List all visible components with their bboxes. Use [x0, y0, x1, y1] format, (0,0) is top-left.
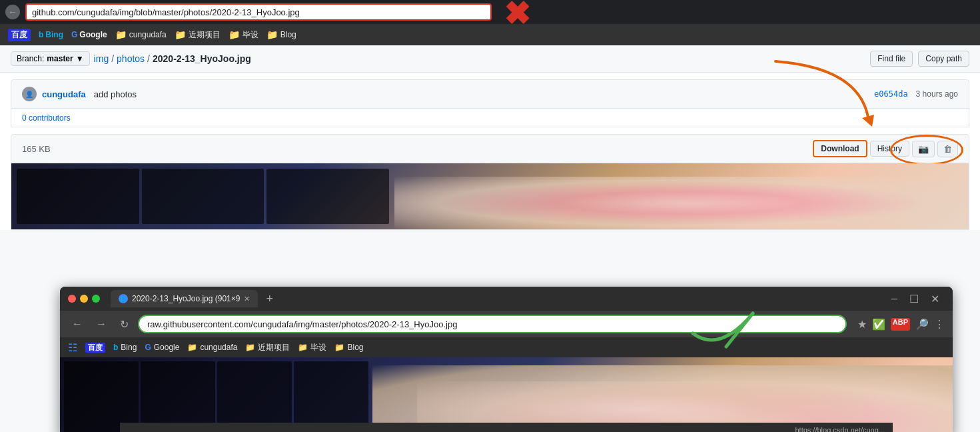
second-address-text: raw.githubusercontent.com/cungudafa/img/… [147, 319, 457, 329]
window-title-controls: – ☐ ✕ [886, 288, 945, 309]
dark-bars [11, 163, 394, 229]
s-dark-bar-1 [64, 361, 139, 432]
second-browser-content [60, 357, 953, 432]
bing-bookmark[interactable]: b Bing [39, 30, 63, 39]
contributors-link[interactable]: 0 contributors [22, 113, 71, 123]
bookmark-recent2[interactable]: 📁 近期项目 [245, 342, 290, 353]
folder-icon-3: 📁 [229, 29, 240, 40]
dark-bar-2 [142, 169, 264, 224]
baidu-bookmark[interactable]: 百度 [8, 29, 31, 41]
window-minimize-button[interactable] [80, 295, 88, 303]
breadcrumb-file: 2020-2-13_HyoJoo.jpg [153, 53, 251, 64]
commit-right: e0654da 3 hours ago [874, 89, 958, 99]
second-image-preview [60, 357, 953, 432]
folder-icon-4: 📁 [266, 29, 278, 40]
active-tab[interactable]: 🌐 2020-2-13_HyoJoo.jpg (901×9 ✕ [111, 290, 258, 307]
menu-icon[interactable]: ⋮ [934, 318, 945, 331]
file-size: 165 KB [22, 144, 51, 154]
commit-hash[interactable]: e0654da [874, 89, 908, 99]
contributors-row: 0 contributors [11, 109, 969, 127]
commit-message: add photos [94, 89, 137, 99]
nav-forward-button[interactable]: → [92, 317, 111, 331]
new-tab-button[interactable]: + [266, 292, 273, 306]
dark-bar-1 [17, 169, 139, 224]
breadcrumb-left: Branch: master ▼ img / photos / 2020-2-1… [11, 51, 251, 66]
folder-icon-2: 📁 [175, 29, 186, 40]
shield-check-icon[interactable]: ✅ [872, 318, 885, 331]
commit-time: 3 hours ago [916, 89, 958, 99]
bookmark-google2[interactable]: G Google [145, 343, 179, 352]
breadcrumb-path: img / photos / 2020-2-13_HyoJoo.jpg [94, 53, 251, 64]
desktop-icon-button[interactable]: 📷 [912, 141, 935, 157]
bookmark-blog2[interactable]: 📁 Blog [334, 343, 363, 352]
breadcrumb-sep-2: / [147, 53, 150, 64]
breadcrumb-root[interactable]: img [94, 53, 109, 64]
apps-icon[interactable]: ☷ [68, 341, 77, 354]
breadcrumb-bar: Branch: master ▼ img / photos / 2020-2-1… [0, 45, 980, 73]
image-preview [11, 163, 969, 230]
biye-bookmark[interactable]: 📁 毕设 [229, 29, 258, 41]
address-bar[interactable]: github.com/cungudafa/img/blob/master/pho… [32, 7, 485, 17]
commit-row: 👤 cungudafa add photos e0654da 3 hours a… [11, 79, 969, 109]
commit-left: 👤 cungudafa add photos [22, 87, 137, 101]
dark-bar-3 [266, 169, 389, 224]
copy-path-button[interactable]: Copy path [918, 51, 969, 67]
delete-icon-button[interactable]: 🗑 [937, 141, 958, 157]
s-dark-bar-3 [217, 361, 292, 432]
address-bar-wrapper: github.com/cungudafa/img/blob/master/pho… [25, 3, 492, 21]
window-controls [68, 295, 100, 303]
tab-close-button[interactable]: ✕ [244, 295, 250, 303]
second-browser-nav: ← → ↻ raw.githubusercontent.com/cungudaf… [60, 311, 953, 337]
avatar: 👤 [22, 87, 37, 101]
breadcrumb-sep-1: / [111, 53, 114, 64]
s-dark-bar-2 [141, 361, 215, 432]
status-url: https://blog.csdn.net/cung... [795, 426, 885, 432]
breadcrumb-folder[interactable]: photos [117, 53, 145, 64]
second-address-bar[interactable]: raw.githubusercontent.com/cungudafa/img/… [138, 315, 847, 333]
extension-icon[interactable]: 🔎 [915, 318, 929, 331]
bookmark-biye2[interactable]: 📁 毕设 [298, 342, 326, 353]
cungudafa-bookmark[interactable]: 📁 cungudafa [115, 29, 167, 40]
win-restore-btn[interactable]: ☐ [904, 288, 924, 309]
abp-icon[interactable]: ABP [891, 318, 910, 331]
bookmarks-bar: 百度 b Bing G Google 📁 cungudafa 📁 近期项目 📁 … [0, 24, 980, 45]
folder-icon: 📁 [115, 29, 127, 40]
download-button[interactable]: Download [813, 140, 867, 157]
status-bar: https://blog.csdn.net/cung... [120, 423, 893, 432]
branch-name: master [47, 54, 73, 63]
bookmark-baidu2[interactable]: 百度 [85, 343, 105, 353]
bookmark-bing2[interactable]: b Bing [113, 343, 137, 352]
github-page: Branch: master ▼ img / photos / 2020-2-1… [0, 45, 980, 230]
window-maximize-button[interactable] [92, 295, 100, 303]
window-close-button[interactable] [68, 295, 76, 303]
win-close-btn[interactable]: ✕ [925, 288, 945, 309]
tab-favicon: 🌐 [119, 294, 128, 303]
flower-overlay [394, 177, 969, 229]
blog-bookmark[interactable]: 📁 Blog [266, 29, 296, 40]
recent-projects-bookmark[interactable]: 📁 近期项目 [175, 29, 221, 41]
back-button[interactable]: ← [5, 5, 20, 19]
second-browser-window: 🌐 2020-2-13_HyoJoo.jpg (901×9 ✕ + – ☐ ✕ … [60, 287, 953, 432]
commit-author[interactable]: cungudafa [42, 89, 86, 99]
red-x-annotation: ✖ [504, 0, 530, 30]
star-icon[interactable]: ★ [857, 318, 867, 331]
second-bookmarks-bar: ☷ 百度 b Bing G Google 📁 cungudafa 📁 近期项目 … [60, 337, 953, 357]
tab-title: 2020-2-13_HyoJoo.jpg (901×9 [132, 294, 240, 303]
branch-chevron: ▼ [76, 54, 84, 63]
nav-icons: ★ ✅ ABP 🔎 ⋮ [857, 318, 945, 331]
branch-selector[interactable]: Branch: master ▼ [11, 51, 90, 66]
second-browser-titlebar: 🌐 2020-2-13_HyoJoo.jpg (901×9 ✕ + – ☐ ✕ [60, 287, 953, 311]
google-bookmark[interactable]: G Google [71, 30, 107, 39]
file-info-bar: 165 KB Download History 📷 🗑 [11, 134, 969, 163]
win-minimize-btn[interactable]: – [886, 288, 903, 309]
file-actions: Download History 📷 🗑 [813, 140, 958, 157]
history-button[interactable]: History [870, 141, 909, 157]
nav-back-button[interactable]: ← [68, 317, 87, 331]
s-dark-bar-4 [294, 361, 368, 432]
browser-chrome-top: ← github.com/cungudafa/img/blob/master/p… [0, 0, 980, 24]
bookmark-cungudafa2[interactable]: 📁 cungudafa [187, 343, 237, 352]
nav-reload-button[interactable]: ↻ [116, 317, 133, 332]
second-dark-bars [60, 357, 372, 432]
image-preview-inner [11, 163, 969, 229]
find-file-button[interactable]: Find file [870, 51, 913, 67]
